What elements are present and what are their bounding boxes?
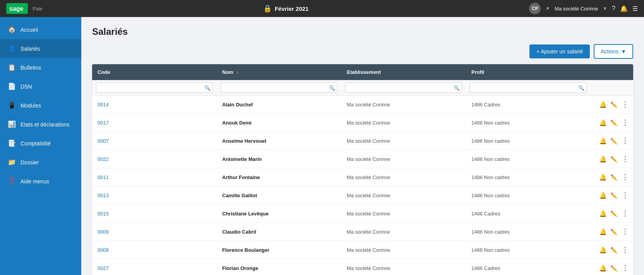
cell-nom[interactable]: Antoinette Marin <box>217 150 341 168</box>
cell-code[interactable]: 0007 <box>92 132 217 150</box>
alert-icon[interactable]: 🔔 <box>599 101 607 108</box>
col-nom[interactable]: Nom ↑ <box>217 64 341 80</box>
cell-etablissement: Ma société Corinne <box>341 223 466 241</box>
filter-etablissement-input[interactable] <box>345 82 462 93</box>
sidebar-item-modules[interactable]: 📱 Modules <box>0 96 81 115</box>
notification-icon[interactable]: 🔔 <box>620 5 628 12</box>
edit-icon[interactable]: ✏️ <box>610 210 618 217</box>
user-avatar[interactable]: CP <box>529 3 541 14</box>
more-options-icon[interactable]: ⋮ <box>622 173 629 181</box>
sidebar: 🏠 Accueil 👤 Salariés 📋 Bulletins 📄 DSN 📱… <box>0 17 81 275</box>
alert-icon[interactable]: 🔔 <box>599 247 607 253</box>
aide-icon: ❓ <box>8 177 16 185</box>
filter-code-input[interactable] <box>96 82 213 93</box>
more-options-icon[interactable]: ⋮ <box>622 137 629 145</box>
table-row: 0008 Florence Boulanger Ma société Corin… <box>92 241 633 259</box>
alert-icon[interactable]: 🔔 <box>599 156 607 162</box>
col-actions-header <box>591 64 633 80</box>
alert-icon[interactable]: 🔔 <box>599 229 607 235</box>
etats-icon: 📊 <box>8 120 16 128</box>
filter-actions-cell <box>591 80 633 96</box>
company-caret[interactable]: ▼ <box>603 6 607 11</box>
edit-icon[interactable]: ✏️ <box>610 229 618 235</box>
cell-row-actions: 🔔 ✏️ ⋮ <box>591 259 633 275</box>
topbar: sage Paie 🔒 Février 2021 CP ▼ Ma société… <box>0 0 644 17</box>
cell-nom[interactable]: Christiane Levêque <box>217 205 341 223</box>
add-employee-button[interactable]: + Ajouter un salarié <box>529 44 590 58</box>
cell-nom[interactable]: Florian Oronge <box>217 259 341 275</box>
settings-icon[interactable]: ☰ <box>632 5 638 12</box>
cell-row-actions: 🔔 ✏️ ⋮ <box>591 223 633 241</box>
cell-code[interactable]: 0011 <box>92 168 217 186</box>
sidebar-item-dsn[interactable]: 📄 DSN <box>0 77 81 96</box>
lock-icon: 🔒 <box>263 4 272 13</box>
table-row: 0027 Florian Oronge Ma société Corinne 1… <box>92 259 633 275</box>
cell-code[interactable]: 0014 <box>92 96 217 114</box>
edit-icon[interactable]: ✏️ <box>610 265 618 272</box>
cell-nom[interactable]: Arthur Fontaine <box>217 168 341 186</box>
cell-row-actions: 🔔 ✏️ ⋮ <box>591 150 633 168</box>
cell-nom[interactable]: Alain Duchef <box>217 96 341 114</box>
cell-code[interactable]: 0027 <box>92 259 217 275</box>
sidebar-item-accueil[interactable]: 🏠 Accueil <box>0 20 81 39</box>
period-label: Février 2021 <box>275 5 309 12</box>
more-options-icon[interactable]: ⋮ <box>622 101 629 108</box>
more-options-icon[interactable]: ⋮ <box>622 191 629 199</box>
dsn-icon: 📄 <box>8 82 16 91</box>
cell-code[interactable]: 0017 <box>92 114 217 132</box>
edit-icon[interactable]: ✏️ <box>610 156 618 162</box>
edit-icon[interactable]: ✏️ <box>610 192 618 199</box>
cell-nom[interactable]: Florence Boulanger <box>217 241 341 259</box>
sidebar-item-bulletins[interactable]: 📋 Bulletins <box>0 58 81 77</box>
cell-nom[interactable]: Anouk Demi <box>217 114 341 132</box>
edit-icon[interactable]: ✏️ <box>610 101 618 108</box>
more-options-icon[interactable]: ⋮ <box>622 155 629 163</box>
avatar-caret[interactable]: ▼ <box>545 6 550 11</box>
edit-icon[interactable]: ✏️ <box>610 174 618 181</box>
cell-nom[interactable]: Camille Gaillot <box>217 186 341 205</box>
col-code[interactable]: Code <box>92 64 217 80</box>
table-row: 0007 Anselme Hervouet Ma société Corinne… <box>92 132 633 150</box>
cell-code[interactable]: 0009 <box>92 223 217 241</box>
alert-icon[interactable]: 🔔 <box>599 120 607 126</box>
modules-icon: 📱 <box>8 101 16 109</box>
edit-icon[interactable]: ✏️ <box>610 120 618 126</box>
more-options-icon[interactable]: ⋮ <box>622 119 629 126</box>
cell-code[interactable]: 0008 <box>92 241 217 259</box>
company-name[interactable]: Ma société Corinne <box>555 6 598 12</box>
dossier-icon: 📁 <box>8 158 16 166</box>
cell-code[interactable]: 0015 <box>92 205 217 223</box>
table-header-row: Code Nom ↑ Etablissement Profil <box>92 64 633 80</box>
sidebar-item-salaries[interactable]: 👤 Salariés <box>0 39 81 58</box>
cell-code[interactable]: 0022 <box>92 150 217 168</box>
edit-icon[interactable]: ✏️ <box>610 138 618 144</box>
cell-code[interactable]: 0013 <box>92 186 217 205</box>
alert-icon[interactable]: 🔔 <box>599 265 607 272</box>
filter-profil-input[interactable] <box>470 82 587 93</box>
more-options-icon[interactable]: ⋮ <box>622 246 629 254</box>
sidebar-item-dossier[interactable]: 📁 Dossier <box>0 153 81 172</box>
table-row: 0011 Arthur Fontaine Ma société Corinne … <box>92 168 633 186</box>
sidebar-label-etats: Etats et déclarations <box>21 121 70 128</box>
actions-button[interactable]: Actions ▼ <box>594 44 633 59</box>
col-etablissement[interactable]: Etablissement <box>341 64 466 80</box>
sidebar-label-aide: Aide menus <box>21 178 49 184</box>
more-options-icon[interactable]: ⋮ <box>622 228 629 236</box>
alert-icon[interactable]: 🔔 <box>599 210 607 217</box>
alert-icon[interactable]: 🔔 <box>599 138 607 144</box>
sidebar-label-bulletins: Bulletins <box>21 65 41 71</box>
cell-nom[interactable]: Anselme Hervouet <box>217 132 341 150</box>
more-options-icon[interactable]: ⋮ <box>622 264 629 272</box>
more-options-icon[interactable]: ⋮ <box>622 210 629 217</box>
sidebar-item-etats[interactable]: 📊 Etats et déclarations <box>0 115 81 134</box>
filter-nom-input[interactable] <box>221 82 337 93</box>
help-icon[interactable]: ? <box>612 5 615 12</box>
sidebar-item-comptabilite[interactable]: 📑 Comptabilité <box>0 134 81 153</box>
col-profil[interactable]: Profil <box>466 64 591 80</box>
sidebar-item-aide[interactable]: ❓ Aide menus <box>0 172 81 191</box>
alert-icon[interactable]: 🔔 <box>599 192 607 199</box>
edit-icon[interactable]: ✏️ <box>610 247 618 253</box>
cell-nom[interactable]: Claudio Cabril <box>217 223 341 241</box>
alert-icon[interactable]: 🔔 <box>599 174 607 181</box>
cell-profil: 1486 Non cadres <box>466 132 591 150</box>
